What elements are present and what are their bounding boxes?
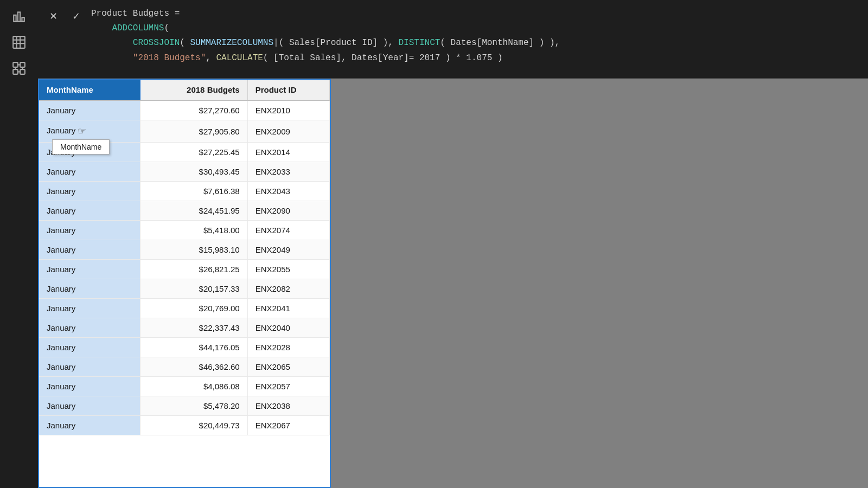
svg-rect-11 (13, 69, 18, 74)
table-row: January$46,362.60ENX2065 (39, 357, 330, 377)
formula-line3: CROSSJOIN( SUMMARIZECOLUMNS|( Sales[Prod… (91, 36, 863, 50)
cell-month: January (39, 100, 140, 120)
cell-budget: $26,821.25 (140, 260, 247, 279)
cell-product: ENX2065 (247, 357, 329, 377)
model-icon[interactable] (7, 56, 31, 80)
svg-rect-9 (13, 62, 18, 67)
cell-budget: $5,418.00 (140, 221, 247, 240)
cell-budget: $20,769.00 (140, 299, 247, 318)
col-header-monthname[interactable]: MonthName (39, 80, 140, 100)
cursor-icon: ☞ (78, 125, 86, 137)
cell-month: January (39, 260, 140, 279)
formula-bar: ✕ ✓ Product Budgets = ADDCOLUMNS( CROSSJ… (38, 0, 868, 79)
cell-month: January (39, 162, 140, 182)
cell-product: ENX2010 (247, 100, 329, 120)
cell-month: January (39, 221, 140, 240)
table-row: January$5,478.20ENX2038 (39, 396, 330, 416)
cell-budget: $7,616.38 (140, 182, 247, 201)
cell-month: January (39, 240, 140, 260)
table-row: January$26,821.25ENX2055 (39, 260, 330, 279)
cell-budget: $46,362.60 (140, 357, 247, 377)
cell-budget: $5,478.20 (140, 396, 247, 416)
data-table: MonthName 2018 Budgets Product ID Januar… (38, 79, 331, 488)
cell-product: ENX2082 (247, 279, 329, 299)
cell-product: ENX2040 (247, 318, 329, 338)
table-row: January☞MonthName$27,905.80ENX2009 (39, 120, 330, 143)
cell-month: January☞MonthName (39, 120, 140, 143)
cell-month: January (39, 299, 140, 318)
cell-budget: $20,449.73 (140, 416, 247, 435)
table-row: January$20,769.00ENX2041 (39, 299, 330, 318)
cell-month: January (39, 201, 140, 221)
cell-product: ENX2090 (247, 201, 329, 221)
cell-month: January (39, 318, 140, 338)
table-row: January$30,493.45ENX2033 (39, 162, 330, 182)
formula-line2: ADDCOLUMNS( (91, 21, 863, 36)
cell-budget: $4,086.08 (140, 377, 247, 396)
table-area: MonthName 2018 Budgets Product ID Januar… (38, 79, 868, 488)
cell-product: ENX2009 (247, 120, 329, 143)
cell-product: ENX2033 (247, 162, 329, 182)
svg-rect-10 (20, 62, 25, 67)
formula-line1: Product Budgets = (91, 7, 863, 21)
cell-month: January (39, 182, 140, 201)
cell-budget: $22,337.43 (140, 318, 247, 338)
table-row: January$22,337.43ENX2040 (39, 318, 330, 338)
table-row: January$27,225.45ENX2014 (39, 143, 330, 162)
cell-budget: $27,270.60 (140, 100, 247, 120)
cell-month: January (39, 143, 140, 162)
svg-rect-1 (18, 12, 20, 21)
cell-product: ENX2041 (247, 299, 329, 318)
col-header-productid[interactable]: Product ID (247, 80, 329, 100)
cell-budget: $15,983.10 (140, 240, 247, 260)
table-row: January$20,449.73ENX2067 (39, 416, 330, 435)
gray-background (331, 79, 868, 488)
cell-month: January (39, 357, 140, 377)
cell-product: ENX2028 (247, 338, 329, 357)
sidebar (0, 0, 38, 488)
table-row: January$5,418.00ENX2074 (39, 221, 330, 240)
cell-product: ENX2057 (247, 377, 329, 396)
table-row: January$15,983.10ENX2049 (39, 240, 330, 260)
table-row: January$24,451.95ENX2090 (39, 201, 330, 221)
bar-chart-icon[interactable] (7, 4, 31, 28)
main-content: ✕ ✓ Product Budgets = ADDCOLUMNS( CROSSJ… (38, 0, 868, 488)
cell-product: ENX2043 (247, 182, 329, 201)
table-row: January$27,270.60ENX2010 (39, 100, 330, 120)
table-row: January$44,176.05ENX2028 (39, 338, 330, 357)
cell-product: ENX2038 (247, 396, 329, 416)
formula-toolbar: ✕ ✓ (38, 4, 86, 26)
col-header-budgets[interactable]: 2018 Budgets (140, 80, 247, 100)
cell-budget: $24,451.95 (140, 201, 247, 221)
table-row: January$20,157.33ENX2082 (39, 279, 330, 299)
formula-line4: "2018 Budgets", CALCULATE( [Total Sales]… (91, 51, 863, 66)
table-row: January$4,086.08ENX2057 (39, 377, 330, 396)
cell-budget: $20,157.33 (140, 279, 247, 299)
svg-rect-4 (13, 36, 25, 48)
month-tooltip-container: January☞MonthName (47, 125, 132, 137)
svg-rect-0 (14, 15, 16, 22)
cell-product: ENX2074 (247, 221, 329, 240)
cell-product: ENX2014 (247, 143, 329, 162)
cell-month: January (39, 279, 140, 299)
cell-budget: $27,905.80 (140, 120, 247, 143)
cell-month: January (39, 396, 140, 416)
cell-product: ENX2049 (247, 240, 329, 260)
svg-rect-12 (20, 69, 25, 74)
cell-month: January (39, 338, 140, 357)
table-icon[interactable] (7, 30, 31, 54)
month-value: January (47, 126, 75, 135)
cancel-button[interactable]: ✕ (43, 7, 63, 26)
table-row: January$7,616.38ENX2043 (39, 182, 330, 201)
cell-budget: $27,225.45 (140, 143, 247, 162)
cell-month: January (39, 377, 140, 396)
confirm-button[interactable]: ✓ (66, 7, 86, 26)
cell-product: ENX2067 (247, 416, 329, 435)
cell-budget: $44,176.05 (140, 338, 247, 357)
cell-product: ENX2055 (247, 260, 329, 279)
formula-editor[interactable]: Product Budgets = ADDCOLUMNS( CROSSJOIN(… (86, 4, 868, 68)
cell-budget: $30,493.45 (140, 162, 247, 182)
svg-rect-2 (22, 17, 24, 22)
cell-month: January (39, 416, 140, 435)
